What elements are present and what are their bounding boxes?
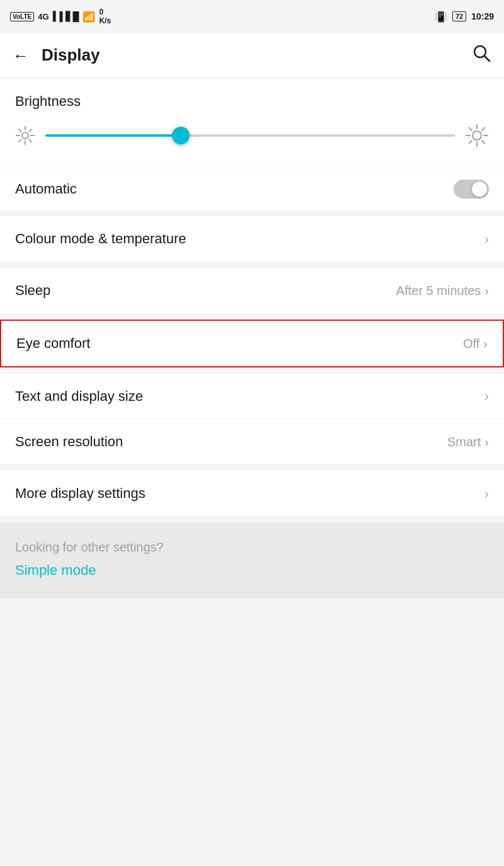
sleep-item[interactable]: Sleep After 5 minutes › (0, 268, 504, 313)
colour-mode-section: Colour mode & temperature › (0, 216, 504, 262)
automatic-row[interactable]: Automatic (0, 168, 504, 210)
slider-track (45, 134, 455, 137)
colour-mode-label: Colour mode & temperature (15, 231, 186, 247)
svg-line-17 (482, 141, 485, 144)
more-settings-label: More display settings (15, 485, 146, 502)
display-section: Text and display size › Screen resolutio… (0, 374, 504, 465)
eye-comfort-section: Eye comfort Off › (0, 320, 504, 367)
svg-point-2 (22, 132, 28, 139)
text-display-item[interactable]: Text and display size › (0, 374, 504, 419)
time-display: 10:29 (471, 11, 494, 21)
eye-comfort-right: Off › (463, 337, 488, 351)
page-header: ← Display (0, 33, 504, 78)
sun-large-icon (465, 124, 489, 147)
automatic-toggle[interactable] (454, 180, 489, 199)
svg-line-10 (19, 139, 21, 142)
text-display-label: Text and display size (15, 388, 143, 405)
toggle-thumb (472, 182, 487, 197)
colour-mode-item[interactable]: Colour mode & temperature › (0, 216, 504, 262)
battery-level: 72 (452, 11, 466, 21)
signal-bars-icon: ▍▌▋█ (53, 11, 79, 21)
page-title: Display (42, 45, 100, 65)
svg-line-7 (19, 129, 21, 132)
screen-resolution-item[interactable]: Screen resolution Smart › (0, 419, 504, 465)
more-settings-item[interactable]: More display settings › (0, 471, 504, 516)
data-speed: 0K/s (99, 8, 111, 26)
svg-line-16 (469, 128, 472, 131)
svg-line-8 (29, 139, 32, 142)
bottom-card-question: Looking for other settings? (15, 540, 489, 555)
brightness-section: Brightness (0, 78, 504, 210)
screen-resolution-value: Smart (447, 435, 481, 449)
status-bar: VoLTE 4G ▍▌▋█ 📶 0K/s 📳 72 10:29 (0, 0, 504, 33)
volte-badge: VoLTE (10, 12, 34, 21)
brightness-slider[interactable] (45, 124, 455, 147)
eye-comfort-label: Eye comfort (16, 335, 90, 352)
eye-comfort-item[interactable]: Eye comfort Off › (1, 321, 503, 366)
sleep-section: Sleep After 5 minutes › (0, 268, 504, 313)
svg-line-19 (469, 141, 472, 144)
bottom-card: Looking for other settings? Simple mode (0, 522, 504, 599)
screen-resolution-chevron-icon: › (484, 435, 489, 449)
brightness-slider-row (15, 124, 489, 147)
svg-point-11 (472, 131, 481, 140)
eye-comfort-value: Off (463, 337, 479, 351)
sleep-right: After 5 minutes › (396, 284, 489, 298)
more-settings-chevron-icon: › (484, 487, 489, 501)
sun-small-icon (15, 125, 35, 146)
header-left: ← Display (13, 45, 100, 65)
svg-line-1 (484, 56, 490, 61)
screen-resolution-right: Smart › (447, 435, 489, 449)
screen-resolution-label: Screen resolution (15, 434, 123, 450)
text-display-chevron-icon: › (484, 389, 489, 403)
sleep-chevron-icon: › (484, 284, 489, 298)
slider-thumb (172, 127, 190, 144)
simple-mode-link[interactable]: Simple mode (15, 562, 489, 579)
automatic-label: Automatic (15, 181, 77, 197)
svg-line-18 (482, 128, 485, 131)
network-indicator: 4G (38, 12, 49, 21)
eye-comfort-chevron-icon: › (483, 337, 488, 351)
chevron-right-icon: › (484, 232, 489, 246)
search-button[interactable] (471, 43, 491, 67)
vibrate-icon: 📳 (435, 11, 447, 23)
svg-line-9 (29, 129, 32, 132)
colour-mode-right: › (484, 232, 489, 246)
brightness-label: Brightness (15, 93, 489, 110)
wifi-icon: 📶 (83, 11, 95, 23)
text-display-right: › (484, 389, 489, 403)
sleep-value: After 5 minutes (396, 284, 481, 298)
sleep-label: Sleep (15, 282, 50, 299)
back-button[interactable]: ← (13, 47, 29, 64)
status-bar-right: 📳 72 10:29 (435, 11, 494, 23)
status-bar-left: VoLTE 4G ▍▌▋█ 📶 0K/s (10, 8, 111, 26)
more-settings-section: More display settings › (0, 471, 504, 516)
more-settings-right: › (484, 487, 489, 501)
